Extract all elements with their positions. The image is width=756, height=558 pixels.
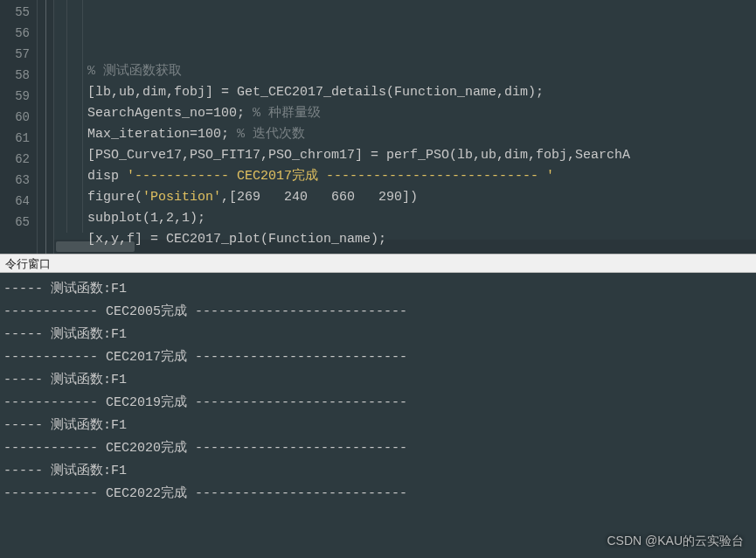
- code-line[interactable]: [lb,ub,dim,fobj] = Get_CEC2017_details(F…: [56, 82, 756, 103]
- console-line: ----- 测试函数:F1: [3, 369, 753, 392]
- line-number: 58: [0, 65, 30, 86]
- line-number: 55: [0, 2, 30, 23]
- code-line[interactable]: SearchAgents_no=100; % 种群量级: [56, 103, 756, 124]
- line-number: 65: [0, 212, 30, 233]
- line-number: 64: [0, 191, 30, 212]
- console-line: ----- 测试函数:F1: [3, 278, 753, 301]
- line-number-gutter: 5556575859606162636465: [0, 0, 37, 254]
- line-number: 60: [0, 107, 30, 128]
- console-line: ------------ CEC2022完成 -----------------…: [3, 483, 753, 506]
- code-line[interactable]: subplot(1,2,1);: [56, 208, 756, 229]
- console-line: ----- 测试函数:F1: [3, 415, 753, 437]
- command-window[interactable]: ----- 测试函数:F1------------ CEC2005完成 ----…: [0, 273, 756, 558]
- console-line: ----- 测试函数:F1: [3, 324, 753, 346]
- console-line: ------------ CEC2005完成 -----------------…: [3, 301, 753, 324]
- code-line[interactable]: disp '------------ CEC2017完成 -----------…: [56, 166, 756, 187]
- line-number: 61: [0, 128, 30, 149]
- code-line[interactable]: figure('Position',[269 240 660 290]): [56, 187, 756, 208]
- command-window-title: 令行窗口: [0, 254, 756, 273]
- console-line: ------------ CEC2019完成 -----------------…: [3, 392, 753, 415]
- code-content[interactable]: % 测试函数获取[lb,ub,dim,fobj] = Get_CEC2017_d…: [54, 0, 756, 254]
- line-number: 59: [0, 86, 30, 107]
- console-line: ------------ CEC2017完成 -----------------…: [3, 346, 753, 369]
- code-line[interactable]: Max_iteration=100; % 迭代次数: [56, 124, 756, 145]
- line-number: 57: [0, 44, 30, 65]
- line-number: 63: [0, 170, 30, 191]
- code-line[interactable]: % 测试函数获取: [56, 61, 756, 82]
- fold-bar: [37, 0, 54, 254]
- console-line: ----- 测试函数:F1: [3, 460, 753, 483]
- code-line[interactable]: [PSO_Curve17,PSO_FIT17,PSO_chrom17] = pe…: [56, 145, 756, 166]
- code-editor[interactable]: 5556575859606162636465 % 测试函数获取[lb,ub,di…: [0, 0, 756, 254]
- console-line: ------------ CEC2020完成 -----------------…: [3, 437, 753, 460]
- code-line[interactable]: surfc(x,y,f,'LineStyle','none');hold on: [56, 250, 756, 254]
- line-number: 56: [0, 23, 30, 44]
- line-number: 62: [0, 149, 30, 170]
- code-line[interactable]: [x,y,f] = CEC2017_plot(Function_name);: [56, 229, 756, 250]
